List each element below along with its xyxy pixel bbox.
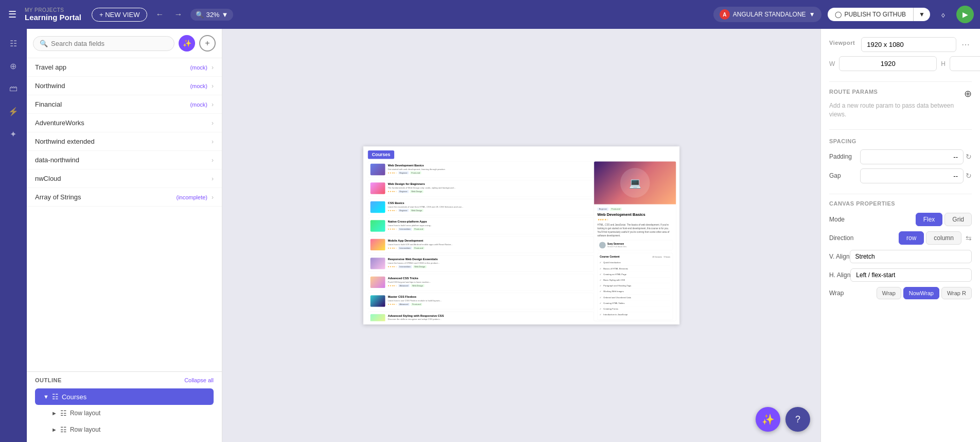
valign-select-wrapper[interactable]: Stretch Flex Start Center Flex End [850,250,972,263]
height-input[interactable] [950,56,980,71]
right-panel: Viewport 1920 x 1080 1280 x 720 768 x 10… [820,29,980,442]
padding-row: Padding ↻ [829,149,972,164]
chevron-right-icon: ► [51,427,57,433]
mode-label: Mode [829,216,845,223]
grid-icon: ☷ [60,409,67,417]
card-item: Native Cross-platform Apps Learn how to … [368,217,594,234]
outline-section: OUTLINE Collapse all ▼ ☷ Courses ► ☷ [27,371,222,442]
width-input[interactable] [839,56,937,71]
components-icon[interactable]: ⊕ [3,56,24,76]
pages-icon[interactable]: ☷ [3,33,24,54]
run-button[interactable]: ▶ [956,6,974,23]
gap-input-wrapper: ↻ [860,168,972,183]
data-source-adventure-works[interactable]: AdventureWorks › [27,114,222,132]
card-list: Web Development Basics Get started with … [368,161,594,321]
halign-select[interactable]: Left / flex-start Center Right / flex-en… [850,268,972,282]
route-params-label: ROUTE PARAMS [829,89,878,95]
wrap-reverse-button[interactable]: Wrap R [941,287,972,299]
data-source-northwind-extended[interactable]: Northwind extended › [27,132,222,151]
viewport-select-wrapper[interactable]: 1920 x 1080 1280 x 720 768 x 1024 [861,37,956,52]
framework-name: ANGULAR STANDALONE [733,11,806,18]
padding-input[interactable] [860,149,964,164]
direction-label: Direction [829,234,853,242]
viewport-select[interactable]: 1920 x 1080 1280 x 720 768 x 1024 [861,37,956,52]
main-layout: ☷ ⊕ 🗃 ⚡ ✦ 🔍 ✨ + Travel app (mock) › Nort… [0,29,980,442]
hamburger-icon[interactable]: ☰ [6,7,19,22]
plugins-icon[interactable]: ✦ [3,124,24,144]
grid-icon: ☷ [60,426,67,434]
data-source-financial[interactable]: Financial (mock) › [27,95,222,114]
zoom-level: 32% [206,11,219,19]
chevron-right-icon: › [212,82,214,90]
magic-button[interactable]: ✨ [756,407,780,432]
canvas-props-title: CANVAS PROPERTIES [829,200,972,207]
flex-button[interactable]: Flex [916,213,943,226]
nowrap-button[interactable]: NowWrap [903,287,939,299]
viewport-label: Viewport [829,40,855,46]
gap-sync-icon[interactable]: ↻ [966,172,972,180]
data-icon[interactable]: 🗃 [3,78,24,99]
magic-search-button[interactable]: ✨ [179,35,195,52]
canvas-area: Courses Web Development Basics Get start… [222,29,820,442]
publish-main[interactable]: ◯ PUBLISH TO GITHUB [828,8,914,21]
data-source-array-of-strings[interactable]: Array of Strings (incomplete) › [27,188,222,207]
outline-item-courses[interactable]: ▼ ☷ Courses [35,388,214,405]
wrap-label: Wrap [829,290,844,297]
h-label: H [941,60,946,67]
grid-button[interactable]: Grid [944,213,972,226]
add-data-button[interactable]: + [199,35,216,52]
data-source-travel-app[interactable]: Travel app (mock) › [27,58,222,77]
data-source-northwind[interactable]: Northwind (mock) › [27,77,222,95]
help-button[interactable]: ? [785,407,810,432]
interactions-icon[interactable]: ⚡ [3,101,24,122]
zoom-icon: 🔍 [196,11,204,19]
row-button[interactable]: row [899,231,924,245]
add-route-param-button[interactable]: ⊕ [964,88,972,99]
column-button[interactable]: column [926,231,961,245]
app-name: Learning Portal [25,13,81,22]
more-options-button[interactable]: ⋯ [959,38,972,52]
outline-item-row-layout-1[interactable]: ► ☷ Row layout [43,405,222,421]
wrap-button[interactable]: Wrap [877,287,901,299]
zoom-control[interactable]: 🔍 32% ▼ [190,9,233,21]
direction-toggle-group: row column ⇆ [899,231,972,245]
card-item: Responsive Web Design Essentials Learn t… [368,255,594,271]
collapse-all-button[interactable]: Collapse all [184,377,214,383]
publish-dropdown-arrow[interactable]: ▼ [914,8,930,21]
search-icon: 🔍 [40,40,48,47]
outline-item-row-layout-2[interactable]: ► ☷ Row layout [43,421,222,438]
data-source-nwcloud[interactable]: nwCloud › [27,169,222,188]
outline-header[interactable]: OUTLINE Collapse all [27,372,222,388]
route-params-header: ROUTE PARAMS ⊕ [829,88,972,99]
outline-item-courses-label: Courses [62,393,86,401]
grid-icon: ☷ [52,393,59,401]
card-item: Web Design for Beginners The fundamental… [368,180,594,196]
framework-selector[interactable]: A ANGULAR STANDALONE ▼ [713,7,821,22]
detail-description: HTML, CSS and JavaScript. The basics of … [598,223,673,238]
w-label: W [829,60,835,67]
halign-select-wrapper[interactable]: Left / flex-start Center Right / flex-en… [850,268,972,282]
data-source-data-northwind[interactable]: data-northwind › [27,151,222,169]
route-params-description: Add a new route param to pass data betwe… [829,101,972,119]
publish-button[interactable]: ◯ PUBLISH TO GITHUB ▼ [828,8,930,21]
new-view-button[interactable]: + NEW VIEW [92,8,147,22]
nav-forward-button[interactable]: → [172,8,184,21]
gap-input[interactable] [860,168,964,183]
card-item: Mobile App Development Learn how to buil… [368,236,594,253]
canvas-properties-section: CANVAS PROPERTIES Mode Flex Grid Directi… [829,200,972,299]
route-params-section: ROUTE PARAMS ⊕ Add a new route param to … [829,88,972,119]
wrap-row: Wrap Wrap NowWrap Wrap R [829,287,972,299]
share-button[interactable]: ⬨ [936,7,950,22]
valign-select[interactable]: Stretch Flex Start Center Flex End [850,250,972,263]
nav-back-button[interactable]: ← [153,8,166,21]
angular-logo: A [720,9,730,20]
swap-icon[interactable]: ⇆ [966,234,972,242]
halign-row: H. Align Left / flex-start Center Right … [829,268,972,282]
outline-title: OUTLINE [35,377,62,383]
canvas-frame: Courses Web Development Basics Get start… [363,146,679,325]
zoom-chevron-icon: ▼ [221,11,228,19]
search-input-wrapper: 🔍 [33,36,174,51]
padding-sync-icon[interactable]: ↻ [966,152,972,161]
detail-title: Web Development Basics [598,212,673,217]
search-input[interactable] [51,40,168,47]
